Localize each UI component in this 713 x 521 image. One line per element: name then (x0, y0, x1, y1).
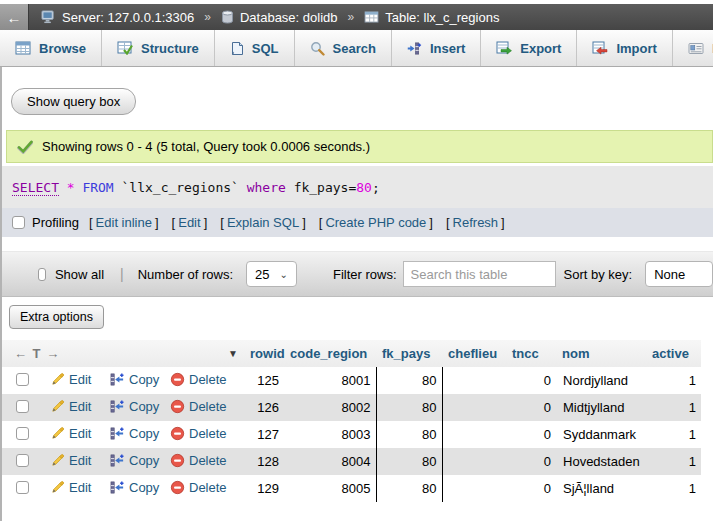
cell-rowid: 128 (244, 448, 284, 475)
edit-row-link[interactable]: Edit (42, 372, 91, 387)
copy-row-link[interactable]: Copy (102, 453, 159, 468)
delete-row-link[interactable]: Delete (162, 399, 227, 414)
edit-row-link[interactable]: Edit (42, 480, 91, 495)
extra-options-button[interactable]: Extra options (9, 305, 104, 329)
number-of-rows-select[interactable]: 25 ⌄ (246, 261, 297, 287)
tab-search-label: Search (333, 41, 376, 56)
database-icon (221, 10, 234, 24)
breadcrumb-table-link[interactable]: Table: llx_c_regions (385, 10, 499, 25)
filter-rows-label: Filter rows: (333, 267, 397, 282)
results-table: ← T → ▼ rowid code_region fk_pays chefli… (2, 340, 701, 502)
cell-cheflieu (442, 475, 506, 502)
sql-query-display: SELECT*FROM`llx_c_regions`wherefk_pays=8… (2, 166, 713, 208)
delete-minus-icon (170, 399, 185, 414)
delete-link-label: Delete (189, 426, 227, 441)
search-icon (310, 41, 325, 56)
delete-row-link[interactable]: Delete (162, 372, 227, 387)
breadcrumb-database-link[interactable]: Database: dolidb (240, 10, 338, 25)
tab-structure[interactable]: Structure (102, 30, 215, 66)
copy-row-link[interactable]: Copy (102, 426, 159, 441)
column-header-cheflieu[interactable]: cheflieu (442, 340, 506, 367)
refresh-link[interactable]: Refresh (453, 215, 499, 230)
sort-by-key-select[interactable]: None (645, 261, 713, 287)
pencil-icon (50, 372, 65, 387)
tab-export[interactable]: Export (481, 30, 577, 66)
edit-row-link[interactable]: Edit (42, 399, 91, 414)
column-header-fk-pays[interactable]: fk_pays (376, 340, 442, 367)
profiling-checkbox[interactable] (12, 216, 25, 229)
delete-minus-icon (170, 426, 185, 441)
show-all-label: Show all (55, 267, 104, 282)
row-select-checkbox[interactable] (16, 454, 29, 467)
cell-active: 1 (646, 475, 701, 502)
create-php-code-link-group: [ Create PHP code ] (316, 215, 436, 230)
bracket: ] (302, 215, 306, 230)
cell-fk-pays: 80 (376, 448, 442, 475)
copy-link-label: Copy (129, 426, 159, 441)
sql-star-operator: * (67, 180, 75, 195)
sort-indicator-icon: ▼ (228, 348, 238, 359)
sql-terminator: ; (372, 180, 380, 195)
tab-sql[interactable]: SQL (215, 30, 295, 66)
results-toolbar: Show all | Number of rows: 25 ⌄ Filter r… (2, 251, 713, 297)
tab-insert[interactable]: Insert (392, 30, 481, 66)
cell-rowid: 126 (244, 394, 284, 421)
column-header-active[interactable]: active (646, 340, 701, 367)
create-php-code-link[interactable]: Create PHP code (325, 215, 426, 230)
cell-rowid: 127 (244, 421, 284, 448)
cell-fk-pays: 80 (376, 394, 442, 421)
delete-row-link[interactable]: Delete (162, 426, 227, 441)
tab-privileges[interactable]: Privileges (673, 30, 713, 66)
breadcrumb-server-link[interactable]: Server: 127.0.0.1:3306 (62, 10, 194, 25)
sort-by-key-value: None (654, 267, 685, 282)
row-select-checkbox[interactable] (16, 373, 29, 386)
show-query-box-button[interactable]: Show query box (11, 88, 136, 115)
copy-row-link[interactable]: Copy (102, 399, 159, 414)
column-header-tncc[interactable]: tncc (506, 340, 556, 367)
delete-row-link[interactable]: Delete (162, 480, 227, 495)
edit-query-link[interactable]: Edit (178, 215, 200, 230)
number-of-rows-label: Number of rows: (138, 267, 233, 282)
cell-tncc: 0 (506, 448, 556, 475)
column-header-nom[interactable]: nom (556, 340, 646, 367)
show-all-checkbox[interactable] (38, 268, 46, 281)
column-header-code-region[interactable]: code_region (284, 340, 376, 367)
edit-row-link[interactable]: Edit (42, 453, 91, 468)
success-message: Showing rows 0 - 4 (5 total, Query took … (6, 130, 713, 163)
row-select-checkbox[interactable] (16, 400, 29, 413)
back-button[interactable]: ← (0, 4, 29, 30)
cell-code-region: 8003 (284, 421, 376, 448)
explain-sql-link[interactable]: Explain SQL (227, 215, 299, 230)
table-row: Edit Copy Delete 126 8002 80 0 Midtjylla… (2, 394, 701, 421)
cell-cheflieu (442, 394, 506, 421)
column-header-rowid[interactable]: rowid (244, 340, 284, 367)
row-select-checkbox[interactable] (16, 481, 29, 494)
import-icon (592, 41, 608, 55)
cell-cheflieu (442, 421, 506, 448)
cell-cheflieu (442, 448, 506, 475)
edit-row-link[interactable]: Edit (42, 426, 91, 441)
edit-inline-link[interactable]: Edit inline (96, 215, 152, 230)
tab-bar: Browse Structure SQL Search Insert Expor… (0, 30, 713, 67)
success-message-text: Showing rows 0 - 4 (5 total, Query took … (42, 139, 370, 154)
tab-search[interactable]: Search (295, 30, 392, 66)
tab-browse-label: Browse (39, 41, 86, 56)
cell-fk-pays: 80 (376, 475, 442, 502)
copy-row-link[interactable]: Copy (102, 480, 159, 495)
bracket: [ (446, 215, 450, 230)
row-select-checkbox[interactable] (16, 427, 29, 440)
cell-fk-pays: 80 (376, 367, 442, 394)
table-row: Edit Copy Delete 129 8005 80 0 SjÃ¦lland… (2, 475, 701, 502)
sql-value: 80 (356, 180, 372, 195)
copy-row-link[interactable]: Copy (102, 372, 159, 387)
delete-row-link[interactable]: Delete (162, 453, 227, 468)
tab-import[interactable]: Import (577, 30, 672, 66)
cell-nom: Midtjylland (556, 394, 646, 421)
pencil-icon (50, 426, 65, 441)
table-search-input[interactable] (403, 261, 556, 287)
cell-tncc: 0 (506, 475, 556, 502)
column-options-toggle[interactable]: ← T → (14, 346, 60, 361)
chevron-down-icon: ⌄ (280, 269, 288, 280)
pencil-icon (50, 480, 65, 495)
tab-browse[interactable]: Browse (0, 30, 102, 66)
